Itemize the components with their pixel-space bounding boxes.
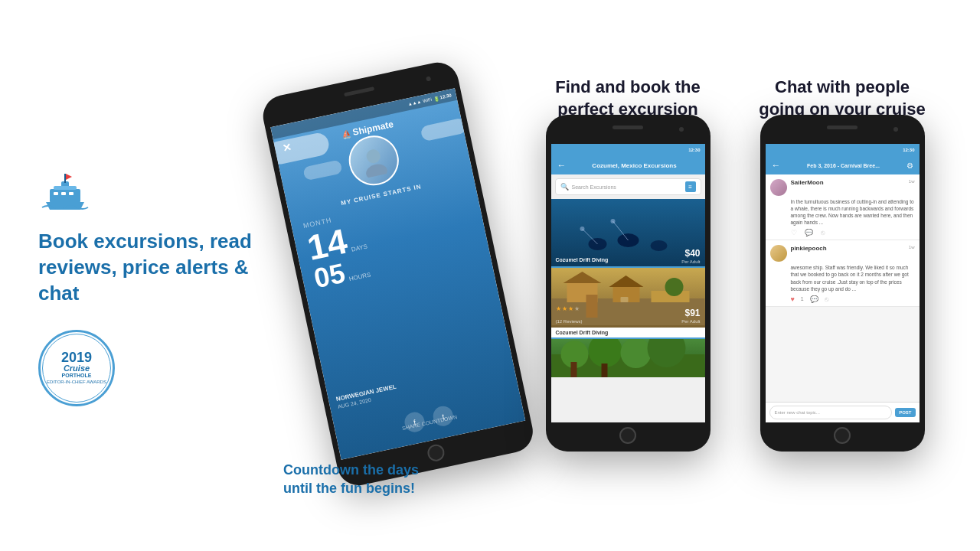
facebook-icon[interactable]: f [403, 410, 426, 434]
countdown-caption: Countdown the days until the fun begins! [283, 461, 419, 497]
chat-input-area: Enter new chat topic... POST [766, 402, 920, 422]
countdown-screen: ▲▲▲ WiFi 🔋 12:30 ✕ ⛵ Shipmate [270, 88, 525, 459]
share-icon-2[interactable]: ⎋ [825, 295, 828, 303]
comment-icon-2[interactable]: 💬 [810, 295, 818, 303]
user1-avatar [770, 179, 787, 196]
chat-caption: Chat with people going on your cruise [735, 77, 949, 120]
search-placeholder-text: Search Excursions [572, 184, 682, 190]
status-icons-1: ▲▲▲ WiFi 🔋 12:30 [407, 93, 452, 107]
card2-reviews: (12 Reviews) [556, 319, 583, 324]
chat-input-field[interactable]: Enter new chat topic... [769, 406, 893, 419]
status-time-1: 12:30 [439, 93, 452, 99]
phone-frame-1: ▲▲▲ WiFi 🔋 12:30 ✕ ⛵ Shipmate [260, 59, 537, 490]
svg-rect-23 [586, 295, 597, 318]
card1-per-adult: Per Adult [681, 259, 700, 264]
svg-point-22 [665, 278, 683, 296]
svg-rect-2 [54, 192, 58, 195]
card2-image: ★ ★ ★ ★ (12 Reviews) $91 Per Adult [551, 268, 705, 328]
award-editor: EDITOR-IN-CHIEF AWARDS [47, 380, 106, 385]
phone-speaker-2 [612, 126, 643, 129]
chat-back-arrow[interactable]: ← [772, 160, 781, 171]
user2-avatar [770, 245, 787, 262]
card1-image: Cozumel Drift Diving $40 Per Adult [551, 199, 705, 266]
star-1: ★ [556, 305, 561, 312]
phone-section-excursions: Find and book the perfect excursion 12:3… [521, 15, 735, 536]
social-icons-row: f t [403, 404, 455, 434]
msg2-name-time: pinkiepooch 1w [791, 245, 915, 252]
phone-section-chat: Chat with people going on your cruise 12… [735, 15, 949, 536]
svg-marker-8 [66, 174, 72, 180]
search-magnify-icon: 🔍 [560, 183, 569, 191]
svg-rect-30 [570, 362, 577, 377]
excursion-screen: 12:30 ← Cozumel, Mexico Excursions 🔍 Sea… [551, 144, 705, 422]
chat-caption-1: Chat with people [735, 77, 949, 99]
svg-rect-3 [61, 192, 66, 195]
phone-speaker-1 [344, 86, 374, 96]
svg-rect-1 [50, 189, 80, 203]
caption-line-2: until the fun begins! [283, 480, 419, 497]
signal-icon: ▲▲▲ [407, 99, 422, 107]
days-label: DAYS [351, 243, 368, 253]
exc-search-bar[interactable]: 🔍 Search Excursions ≡ [555, 178, 701, 195]
page-container: Book excursions, read reviews, price ale… [0, 0, 980, 551]
card2-footer: Cozumel Drift Diving [551, 328, 705, 337]
filter-icon[interactable]: ≡ [685, 181, 696, 192]
cruise-avatar [345, 131, 403, 190]
card2-per-adult: Per Adult [681, 319, 700, 324]
excursion-card-2[interactable]: ★ ★ ★ ★ (12 Reviews) $91 Per Adult [551, 266, 705, 337]
norwegian-jewel-label: NORWEGIAN JEWEL [335, 359, 507, 404]
svg-rect-6 [54, 186, 77, 190]
app-tagline: Book excursions, read reviews, price ale… [38, 229, 260, 306]
user2-time: 1w [909, 245, 915, 252]
cloud-3 [302, 159, 343, 181]
card1-title: Cozumel Drift Diving [556, 257, 609, 262]
excursion-card-1[interactable]: Cozumel Drift Diving $40 Per Adult [551, 199, 705, 266]
exc-caption-1: Find and book the [521, 77, 735, 99]
chat-header: ← Feb 3, 2016 - Carnival Bree... ⚙ [766, 156, 920, 174]
msg1-actions: ♡ 💬 ⎋ [791, 229, 915, 236]
twitter-icon[interactable]: t [431, 404, 455, 428]
star-2: ★ [562, 305, 567, 312]
award-cruise: Cruise [64, 364, 90, 373]
excursion-card-3[interactable] [551, 337, 705, 377]
chat-input-placeholder: Enter new chat topic... [775, 410, 820, 415]
phone-wrapper-excursions: 12:30 ← Cozumel, Mexico Excursions 🔍 Sea… [546, 115, 710, 452]
ship-info: NORWEGIAN JEWEL AUG 24, 2020 [335, 359, 508, 409]
svg-point-16 [580, 227, 584, 231]
like-icon-1[interactable]: ♡ [791, 229, 797, 236]
chat-message-2: pinkiepooch 1w awesome ship. Staff was f… [766, 240, 920, 306]
phone-home-3 [834, 427, 851, 444]
like-icon-2[interactable]: ♥ [791, 295, 795, 303]
phone-screen-2: 12:30 ← Cozumel, Mexico Excursions 🔍 Sea… [551, 144, 705, 422]
card1-price: $40 [684, 248, 700, 259]
star-3: ★ [568, 305, 573, 312]
exc-status-time: 12:30 [688, 148, 700, 152]
chat-header-title: Feb 3, 2016 - Carnival Bree... [785, 163, 903, 168]
exc-back-arrow[interactable]: ← [557, 160, 567, 171]
phone-frame-2: 12:30 ← Cozumel, Mexico Excursions 🔍 Sea… [546, 115, 710, 452]
exc-header: ← Cozumel, Mexico Excursions [551, 156, 705, 174]
user1-text: In the tumultuous business of cutting-in… [791, 198, 915, 226]
share-icon-1[interactable]: ⎋ [821, 229, 825, 236]
msg2-actions: ♥ 1 💬 ⎋ [791, 295, 915, 303]
phone-camera-1 [426, 77, 431, 82]
chat-gear-icon[interactable]: ⚙ [906, 161, 913, 170]
post-button[interactable]: POST [895, 408, 915, 417]
caption-line-1: Countdown the days [283, 461, 419, 479]
phone-frame-3: 12:30 ← Feb 3, 2016 - Carnival Bree... ⚙ [760, 115, 925, 452]
msg2-header: pinkiepooch 1w [770, 245, 915, 262]
card2-stars: ★ ★ ★ ★ [556, 305, 580, 312]
chat-messages-list: SailerMoon 1w In the tumultuous business… [766, 174, 920, 402]
svg-rect-4 [69, 192, 74, 195]
hours-number: 05 [312, 259, 348, 293]
ship-logo [38, 168, 92, 214]
award-porthole: Porthole [62, 373, 92, 379]
comment-icon-1[interactable]: 💬 [805, 229, 813, 236]
star-4: ★ [574, 305, 580, 312]
user2-text: awesome ship. Staff was friendly. We lik… [791, 264, 915, 292]
msg2-meta: pinkiepooch 1w [791, 245, 915, 252]
chat-screen: 12:30 ← Feb 3, 2016 - Carnival Bree... ⚙ [766, 144, 920, 422]
award-badge: 2019 Cruise Porthole EDITOR-IN-CHIEF AWA… [38, 330, 115, 406]
logo-container [38, 168, 92, 214]
filter-lines-icon: ≡ [688, 184, 692, 191]
